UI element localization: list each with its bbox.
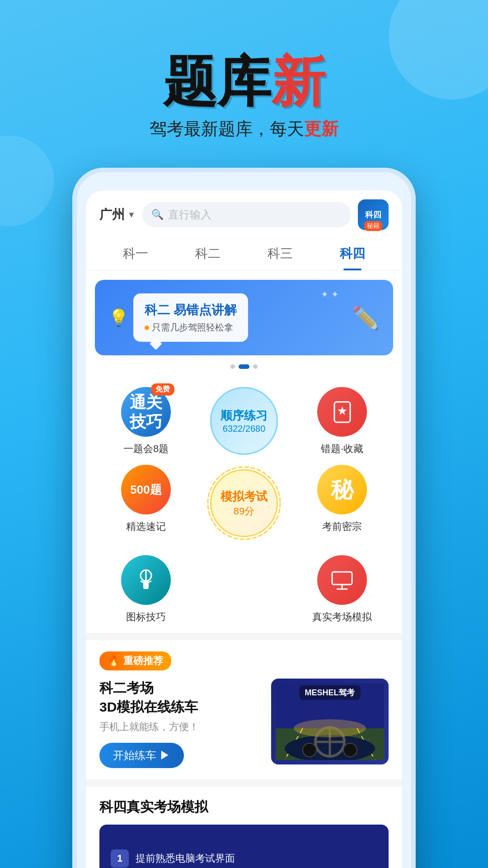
city-name: 广州 xyxy=(99,206,125,223)
dot-3 xyxy=(253,364,258,369)
kesi-badge-text: 科四 xyxy=(365,209,381,220)
svg-point-18 xyxy=(303,743,316,757)
banner-bubble: 科二 易错点讲解 只需几步驾照轻松拿 xyxy=(133,293,248,342)
tongguan-text: 通关技巧 xyxy=(130,392,162,431)
recommend-title: 科二考场 3D模拟在线练车 xyxy=(99,679,260,717)
search-input-placeholder: 直行输入 xyxy=(168,208,211,222)
moni-circle: 模拟考试 89分 xyxy=(210,469,278,537)
section4-preview: 1 提前熟悉电脑考试界面 xyxy=(99,825,389,868)
title-black: 题库 xyxy=(163,51,271,112)
section4: 科四真实考场模拟 1 提前熟悉电脑考试界面 xyxy=(86,779,402,868)
bookmark-star-icon xyxy=(330,400,355,425)
seq-title: 顺序练习 xyxy=(221,408,267,424)
svg-rect-5 xyxy=(143,581,149,589)
feature-cuoti[interactable]: 错题·收藏 xyxy=(300,387,384,456)
feature-shunxu[interactable]: 顺序练习 6322/2680 xyxy=(202,387,286,455)
recommend-desc: 手机上就能练，方便！ xyxy=(99,720,260,734)
feature-moni[interactable]: 模拟考试 89分 xyxy=(202,465,286,542)
zhenshi-label: 真实考场模拟 xyxy=(312,610,372,624)
svg-marker-1 xyxy=(338,406,347,415)
cuoti-icon xyxy=(317,387,367,437)
section4-title: 科四真实考场模拟 xyxy=(99,798,389,816)
search-icon: 🔍 xyxy=(151,209,164,221)
kesi-badge[interactable]: 科四 秘籍 xyxy=(358,199,389,230)
phone-mockup: 广州 ▼ 🔍 直行输入 科四 秘籍 科一 科二 xyxy=(72,168,416,868)
svg-point-20 xyxy=(294,719,366,737)
section4-num: 1 xyxy=(111,849,129,868)
free-badge: 免费 xyxy=(151,383,174,396)
seatbelt-icon xyxy=(132,566,160,594)
tubiao-label: 图标技巧 xyxy=(126,610,166,624)
moni-wrapper: 模拟考试 89分 xyxy=(206,465,282,542)
phone-wrapper: 广州 ▼ 🔍 直行输入 科四 秘籍 科一 科二 xyxy=(0,159,488,868)
dot-1 xyxy=(230,364,235,369)
moni-title: 模拟考试 xyxy=(221,489,267,505)
banner-stars: ✦ ✦ xyxy=(321,289,339,300)
tab-ke3[interactable]: 科三 xyxy=(244,237,316,270)
monitor-icon xyxy=(328,566,356,594)
banner-subtitle: 只需几步驾照轻松拿 xyxy=(145,321,237,334)
jingxuan-label: 精选速记 xyxy=(126,520,166,533)
fire-icon: 🔥 xyxy=(108,655,120,667)
svg-rect-6 xyxy=(332,572,352,585)
jingxuan-icon: 500题 xyxy=(121,465,171,514)
feature-row-3: 图标技巧 真实考场模拟 xyxy=(86,551,402,633)
tongguan-label: 一题会8题 xyxy=(123,442,169,456)
cuoti-label: 错题·收藏 xyxy=(321,442,363,456)
recommend-text-area: 科二考场 3D模拟在线练车 手机上就能练，方便！ 开始练车 ▶ xyxy=(99,679,260,768)
header-area: 题库新 驾考最新题库，每天更新 xyxy=(0,0,488,159)
tongguan-icon: 通关技巧 免费 xyxy=(121,387,171,437)
recommend-badge: 🔥 重磅推荐 xyxy=(99,651,171,670)
moni-score: 89分 xyxy=(234,505,254,518)
lightbulb-icon: 💡 xyxy=(108,308,129,327)
kaomian-icon: 秘 xyxy=(317,465,367,514)
search-bar[interactable]: 🔍 直行输入 xyxy=(142,202,351,227)
section4-text: 提前熟悉电脑考试界面 xyxy=(136,852,235,865)
feature-zhenshi[interactable]: 真实考场模拟 xyxy=(300,555,384,624)
feature-kaomian[interactable]: 秘 考前密宗 xyxy=(300,465,384,533)
tubiao-icon xyxy=(121,555,171,605)
kaomian-char: 秘 xyxy=(331,475,353,505)
car-brand-label: MESHEL驾考 xyxy=(299,685,360,700)
recommend-section: 🔥 重磅推荐 科二考场 3D模拟在线练车 手机上就能练，方便！ 开始练车 ▶ xyxy=(86,640,402,779)
recommend-card: 科二考场 3D模拟在线练车 手机上就能练，方便！ 开始练车 ▶ MESHEL驾考 xyxy=(99,679,389,768)
car-interior: MESHEL驾考 xyxy=(271,679,389,764)
header-title: 题库新 xyxy=(0,54,488,108)
svg-point-19 xyxy=(343,743,357,757)
banner-title: 科二 易错点讲解 xyxy=(145,302,237,319)
recommend-image: MESHEL驾考 xyxy=(271,679,389,764)
banner-decor-icon: ✏️ xyxy=(352,305,380,331)
zhenshi-icon xyxy=(317,555,367,605)
tab-ke2[interactable]: 科二 xyxy=(172,237,244,270)
start-practice-button[interactable]: 开始练车 ▶ xyxy=(99,743,184,768)
banner-dot xyxy=(145,326,149,330)
feature-row-2: 500题 精选速记 模拟考试 89分 xyxy=(86,460,402,551)
seq-count: 6322/2680 xyxy=(223,424,266,434)
feature-tubiao[interactable]: 图标技巧 xyxy=(104,555,188,624)
seq-practice-icon: 顺序练习 6322/2680 xyxy=(210,387,278,455)
header-subtitle: 驾考最新题库，每天更新 xyxy=(0,118,488,141)
kaomian-label: 考前密宗 xyxy=(322,520,362,533)
jingxuan-burst-text: 500题 xyxy=(130,482,161,498)
banner-dots xyxy=(86,360,402,373)
feature-jingxuan[interactable]: 500题 精选速记 xyxy=(104,465,188,533)
dot-2 xyxy=(239,364,249,369)
feature-row-1: 通关技巧 免费 一题会8题 顺序练习 6322/2680 xyxy=(86,373,402,460)
tab-ke4[interactable]: 科四 xyxy=(316,237,389,270)
section-divider-1 xyxy=(86,633,402,640)
phone-inner: 广州 ▼ 🔍 直行输入 科四 秘籍 科一 科二 xyxy=(86,190,402,868)
phone-top-bar: 广州 ▼ 🔍 直行输入 科四 秘籍 xyxy=(86,190,402,237)
feature-tongguan[interactable]: 通关技巧 免费 一题会8题 xyxy=(104,387,188,456)
nav-tabs: 科一 科二 科三 科四 xyxy=(86,237,402,271)
city-selector[interactable]: 广州 ▼ xyxy=(99,206,136,223)
kesi-badge-sublabel: 秘籍 xyxy=(364,221,382,231)
city-dropdown-arrow: ▼ xyxy=(127,210,136,220)
title-red: 新 xyxy=(271,51,325,112)
banner-area[interactable]: 💡 科二 易错点讲解 只需几步驾照轻松拿 ✏️ ✦ ✦ xyxy=(95,280,393,355)
tab-ke1[interactable]: 科一 xyxy=(99,237,172,270)
